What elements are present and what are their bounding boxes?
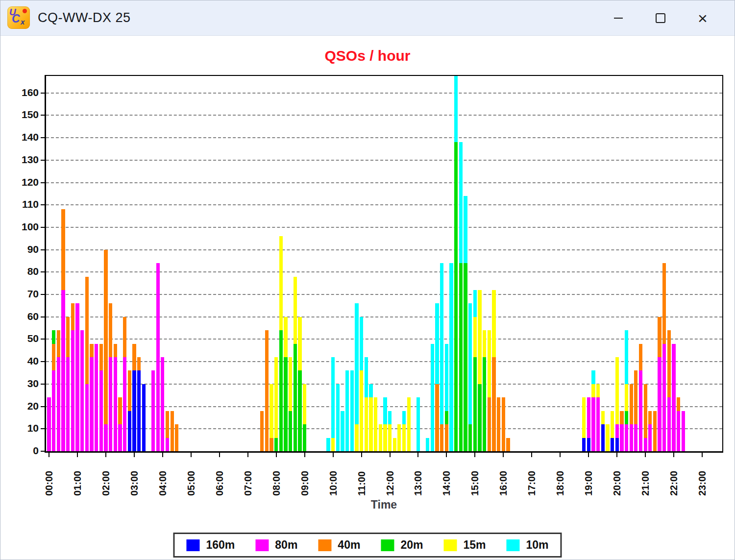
bar-segment-40m bbox=[634, 370, 637, 424]
maximize-button[interactable] bbox=[639, 5, 682, 31]
x-tick-label: 19:00 bbox=[582, 459, 595, 496]
x-tick-label: 20:00 bbox=[611, 459, 623, 496]
bar-segment-80m bbox=[90, 357, 93, 451]
bar-segment-15m bbox=[303, 384, 306, 424]
bar-segment-40m bbox=[506, 438, 510, 451]
x-tick bbox=[616, 453, 617, 457]
bar-segment-40m bbox=[492, 357, 495, 451]
bar-segment-80m bbox=[52, 370, 55, 451]
y-tick-label: 70 bbox=[13, 288, 39, 300]
y-tick-label: 150 bbox=[13, 109, 39, 121]
bar-segment-15m bbox=[582, 397, 586, 438]
y-tick bbox=[41, 339, 45, 340]
bar-segment-40m bbox=[677, 397, 680, 411]
bar-segment-40m bbox=[171, 411, 174, 451]
legend-label-10m: 10m bbox=[526, 538, 548, 552]
bar-segment-40m bbox=[57, 330, 60, 357]
bar-segment-40m bbox=[90, 344, 93, 357]
bar-segment-160m bbox=[142, 384, 146, 451]
x-tick-label: 13:00 bbox=[412, 459, 424, 496]
bar-segment-10m bbox=[591, 370, 595, 384]
legend-label-40m: 40m bbox=[338, 538, 360, 552]
bar-segment-160m bbox=[128, 411, 131, 451]
close-button[interactable]: × bbox=[682, 5, 724, 31]
bar-segment-80m bbox=[166, 438, 169, 451]
x-tick-label: 07:00 bbox=[242, 459, 254, 496]
x-tick bbox=[702, 453, 703, 457]
bar-segment-80m bbox=[672, 344, 675, 451]
x-tick bbox=[276, 453, 277, 457]
close-icon: × bbox=[698, 10, 708, 26]
bar-segment-10m bbox=[449, 263, 453, 451]
bar-segment-40m bbox=[109, 303, 112, 357]
bar-segment-20m bbox=[454, 142, 458, 451]
grid-line bbox=[46, 317, 722, 317]
bar-segment-80m bbox=[114, 357, 117, 451]
y-tick-label: 140 bbox=[13, 131, 39, 143]
bar-segment-10m bbox=[459, 142, 463, 263]
ucxlog-app-icon: U C x bbox=[7, 6, 30, 29]
bar-segment-80m bbox=[104, 424, 107, 451]
chart-title: QSOs / hour bbox=[0, 48, 735, 64]
bar-segment-80m bbox=[151, 370, 155, 451]
x-tick bbox=[588, 453, 589, 457]
bar-segment-15m bbox=[483, 330, 486, 357]
titlebar[interactable]: U C x CQ-WW-DX 25 × bbox=[0, 0, 735, 36]
x-tick-label: 01:00 bbox=[71, 459, 84, 496]
minimize-button[interactable] bbox=[597, 5, 639, 31]
bar-segment-10m bbox=[440, 263, 443, 424]
bar-segment-80m bbox=[95, 344, 98, 451]
legend-item-80m: 80m bbox=[255, 538, 297, 552]
x-tick bbox=[474, 453, 475, 457]
bar-segment-80m bbox=[57, 357, 60, 451]
bar-segment-40m bbox=[166, 411, 169, 438]
bar-segment-15m bbox=[279, 236, 283, 330]
bar-segment-40m bbox=[662, 263, 666, 344]
bar-segment-15m bbox=[606, 424, 609, 451]
bar-segment-15m bbox=[478, 290, 481, 384]
x-tick bbox=[247, 453, 248, 457]
bar-segment-10m bbox=[341, 411, 344, 451]
bar-segment-15m bbox=[360, 370, 363, 451]
bar-segment-15m bbox=[383, 424, 387, 451]
bar-segment-10m bbox=[365, 357, 368, 397]
bar-segment-15m bbox=[284, 317, 287, 357]
bar-segment-80m bbox=[61, 290, 65, 451]
y-tick bbox=[41, 294, 45, 295]
bar-segment-160m bbox=[137, 370, 141, 451]
y-tick bbox=[41, 451, 45, 452]
bar-segment-10m bbox=[464, 196, 467, 263]
y-tick-label: 50 bbox=[13, 333, 39, 344]
bar-segment-40m bbox=[667, 330, 671, 397]
bar-segment-80m bbox=[677, 411, 680, 451]
bar-segment-80m bbox=[634, 424, 637, 451]
x-tick-label: 04:00 bbox=[156, 459, 169, 496]
bar-segment-80m bbox=[47, 397, 50, 451]
bar-segment-80m bbox=[630, 424, 633, 451]
maximize-icon bbox=[656, 13, 665, 23]
bar-segment-15m bbox=[270, 384, 273, 438]
bar-segment-80m bbox=[644, 438, 647, 451]
bar-segment-40m bbox=[653, 411, 657, 451]
legend-swatch-40m bbox=[318, 539, 331, 551]
x-tick-label: 16:00 bbox=[497, 459, 510, 496]
bar-segment-20m bbox=[52, 330, 55, 343]
bar-segment-80m bbox=[66, 357, 70, 451]
plot-area bbox=[45, 75, 723, 453]
bar-segment-20m bbox=[303, 424, 306, 451]
bar-segment-20m bbox=[473, 357, 477, 451]
bar-segment-160m bbox=[587, 438, 590, 451]
minimize-icon bbox=[614, 18, 623, 19]
bar-segment-80m bbox=[682, 411, 685, 451]
bar-segment-20m bbox=[464, 263, 467, 451]
bar-segment-40m bbox=[99, 344, 103, 371]
bar-segment-15m bbox=[402, 424, 406, 451]
bar-segment-80m bbox=[99, 370, 103, 451]
bar-segment-20m bbox=[468, 424, 472, 451]
grid-line bbox=[46, 294, 722, 295]
y-tick-label: 20 bbox=[13, 400, 39, 412]
x-tick bbox=[417, 453, 418, 457]
bar-segment-10m bbox=[336, 384, 340, 451]
x-tick bbox=[333, 453, 334, 457]
legend-label-15m: 15m bbox=[463, 538, 486, 552]
